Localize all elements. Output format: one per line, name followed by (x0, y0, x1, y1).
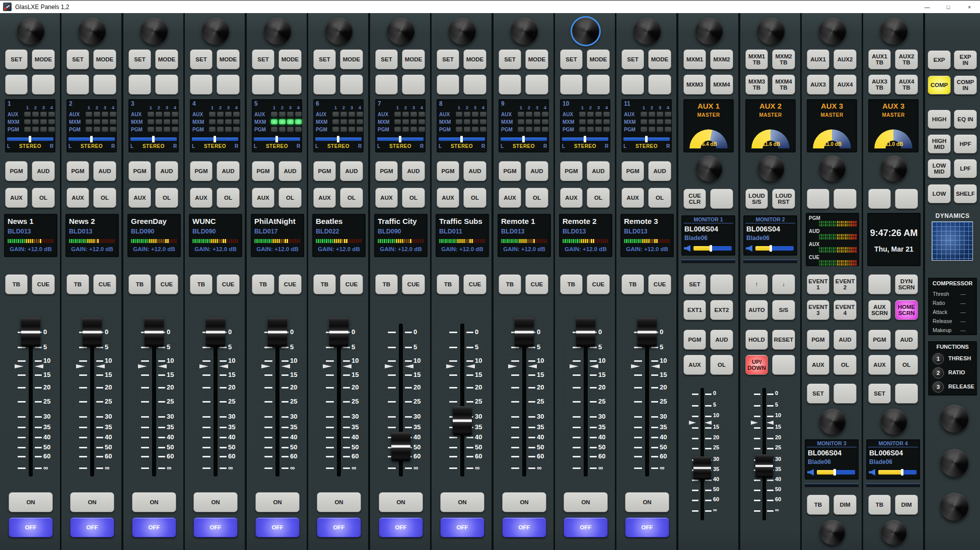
routing-led[interactable] (534, 112, 540, 117)
routing-led[interactable] (348, 112, 355, 117)
blank-button[interactable] (587, 74, 610, 95)
routing-led[interactable] (595, 127, 602, 132)
on-button[interactable]: ON (564, 492, 608, 512)
ol-button[interactable]: OL (402, 188, 425, 208)
ol-button[interactable]: OL (587, 188, 610, 208)
routing-led[interactable] (32, 112, 39, 117)
routing-led[interactable] (209, 119, 216, 124)
auto-button[interactable]: AUTO (745, 300, 768, 320)
reset-button[interactable]: RESET (772, 330, 795, 350)
on-button[interactable]: ON (440, 492, 484, 512)
routing-led[interactable] (94, 112, 100, 117)
routing-led[interactable] (402, 127, 409, 132)
event-3-button[interactable]: EVENT 3 (807, 300, 829, 320)
cue-button[interactable]: CUE (278, 274, 302, 294)
routing-led[interactable] (480, 119, 486, 124)
function-knob-3[interactable]: 3 (933, 381, 944, 392)
routing-led[interactable] (348, 127, 355, 132)
blank-button[interactable] (648, 74, 671, 95)
mxm3-button[interactable]: MXM3 (683, 74, 706, 95)
cue-clr-button[interactable]: CUE CLR (683, 189, 706, 209)
routing-led[interactable] (32, 127, 39, 132)
mode-button[interactable]: MODE (155, 49, 178, 69)
tb-button[interactable]: TB (499, 274, 521, 294)
on-button[interactable]: ON (317, 492, 361, 512)
routing-led[interactable] (603, 119, 610, 124)
cue-button[interactable]: CUE (32, 274, 55, 294)
pan-thumb[interactable] (584, 136, 586, 142)
dynamics-knob[interactable] (940, 449, 968, 477)
down-arrow-button[interactable]: ↓ (772, 274, 795, 294)
mxm2-tb-button[interactable]: MXM2 TB (772, 49, 795, 69)
hold-button[interactable]: HOLD (745, 330, 768, 350)
dim-button[interactable]: DIM (833, 495, 857, 515)
pgm-button[interactable]: PGM (375, 161, 398, 181)
on-button[interactable]: ON (70, 492, 114, 512)
routing-led[interactable] (603, 127, 610, 132)
blank-button[interactable] (32, 74, 55, 95)
ol-button[interactable]: OL (833, 355, 857, 375)
ol-button[interactable]: OL (895, 355, 918, 375)
blank-button[interactable] (463, 74, 486, 95)
routing-led[interactable] (418, 119, 425, 124)
blank-button[interactable] (66, 74, 89, 95)
routing-led[interactable] (641, 127, 647, 132)
pgm-button[interactable]: PGM (66, 161, 89, 181)
routing-led[interactable] (402, 112, 409, 117)
routing-led[interactable] (641, 119, 647, 124)
aux2-button[interactable]: AUX2 (833, 49, 857, 69)
pgm-button[interactable]: PGM (313, 161, 336, 181)
cue-button[interactable]: CUE (217, 274, 240, 294)
fader-thumb[interactable] (145, 318, 164, 347)
event-1-button[interactable]: EVENT 1 (807, 274, 829, 294)
loud-rst-button[interactable]: LOUD RST (772, 189, 795, 209)
blank-button[interactable] (5, 74, 28, 95)
aux-master-knob[interactable] (758, 155, 784, 182)
maximize-button[interactable]: □ (938, 1, 959, 14)
aux2-tb-button[interactable]: AUX2 TB (895, 49, 918, 69)
off-button[interactable]: OFF (625, 517, 669, 537)
fader-thumb[interactable] (21, 318, 40, 347)
high-mid-button[interactable]: HIGH MID (928, 134, 951, 153)
pan-thumb[interactable] (29, 136, 31, 142)
cue-button[interactable]: CUE (402, 274, 425, 294)
aud-button[interactable]: AUD (587, 161, 610, 181)
routing-led[interactable] (657, 119, 663, 124)
aux-button[interactable]: AUX (683, 355, 706, 375)
eq-in-button[interactable]: EQ IN (954, 110, 977, 129)
blank-button[interactable] (772, 355, 795, 375)
channel-gain-knob[interactable] (202, 18, 229, 45)
routing-led[interactable] (657, 112, 663, 117)
routing-led[interactable] (332, 112, 339, 117)
routing-led[interactable] (340, 112, 347, 117)
monitor-knob[interactable] (881, 409, 907, 435)
tb-button[interactable]: TB (5, 274, 28, 294)
routing-led[interactable] (172, 119, 178, 124)
routing-led[interactable] (156, 127, 162, 132)
aux-button[interactable]: AUX (313, 188, 336, 208)
routing-led[interactable] (603, 112, 610, 117)
dynamics-knob[interactable] (940, 493, 968, 521)
routing-led[interactable] (172, 127, 178, 132)
routing-led[interactable] (464, 112, 470, 117)
blank-button[interactable] (895, 383, 918, 404)
mxm4-button[interactable]: MXM4 (710, 74, 733, 95)
routing-led[interactable] (164, 127, 170, 132)
mode-button[interactable]: MODE (93, 49, 116, 69)
loud-s-s-button[interactable]: LOUD S/S (745, 189, 768, 209)
routing-led[interactable] (48, 127, 55, 132)
off-button[interactable]: OFF (502, 517, 546, 537)
set-button[interactable]: SET (621, 49, 644, 69)
ol-button[interactable]: OL (155, 188, 178, 208)
ol-button[interactable]: OL (217, 188, 240, 208)
routing-led[interactable] (418, 127, 425, 132)
routing-led[interactable] (279, 112, 286, 117)
routing-led[interactable] (472, 112, 478, 117)
mode-button[interactable]: MODE (525, 49, 548, 69)
routing-led[interactable] (102, 112, 108, 117)
tb-button[interactable]: TB (128, 274, 151, 294)
routing-led[interactable] (587, 119, 594, 124)
monitor-volume-handle[interactable] (710, 245, 712, 252)
mode-button[interactable]: MODE (463, 49, 486, 69)
routing-led[interactable] (542, 119, 548, 124)
